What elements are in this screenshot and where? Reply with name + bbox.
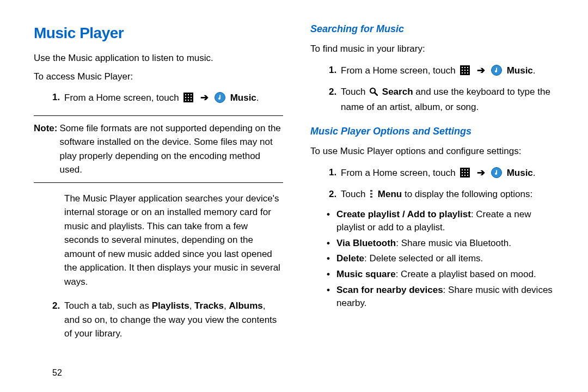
search-icon: [369, 86, 378, 100]
bullet-text: : Delete selected or all items.: [364, 253, 483, 264]
music-app-icon: [491, 65, 502, 80]
svg-point-27: [467, 169, 468, 170]
section-title: Music Player: [34, 22, 283, 45]
text-fragment: Touch: [341, 87, 368, 97]
music-app-icon: [491, 167, 502, 182]
svg-point-18: [462, 72, 463, 73]
bullet-text: : Create a playlist based on mood.: [396, 269, 536, 279]
svg-point-32: [464, 174, 465, 175]
step-number: 1.: [52, 90, 64, 107]
svg-rect-37: [370, 196, 372, 198]
bullet-title: Music square: [336, 269, 396, 279]
svg-point-4: [185, 97, 186, 98]
svg-point-13: [464, 66, 465, 68]
note-block: Note: Some file formats are not supporte…: [34, 115, 283, 183]
svg-point-14: [467, 66, 468, 68]
svg-point-6: [191, 97, 192, 98]
subsection-searching: Searching for Music: [310, 22, 560, 36]
svg-point-2: [188, 94, 189, 95]
text-fragment: .: [256, 93, 259, 103]
svg-point-5: [188, 97, 189, 98]
options-step-2: 2. Touch Menu to display the following o…: [310, 185, 560, 206]
step-text: Touch Menu to display the following opti…: [341, 187, 560, 203]
bullet-music-square: Music square: Create a playlist based on…: [327, 268, 560, 281]
svg-point-15: [462, 69, 463, 70]
svg-point-29: [464, 171, 465, 173]
right-column: Searching for Music To find music in you…: [310, 22, 560, 381]
search-step-1: 1. From a Home screen, touch ➔ Music.: [310, 60, 560, 83]
svg-point-12: [462, 66, 463, 68]
text-fragment: From a Home screen, touch: [341, 65, 458, 76]
svg-point-26: [464, 169, 465, 170]
page-number: 52: [52, 368, 62, 378]
subsection-options: Music Player Options and Settings: [310, 124, 560, 139]
step-text: From a Home screen, touch ➔ Music.: [341, 63, 560, 80]
albums-label: Albums: [229, 301, 262, 311]
svg-point-25: [462, 169, 463, 170]
svg-point-28: [462, 171, 463, 173]
search-intro: To find music in your library:: [310, 42, 560, 56]
note-label: Note:: [34, 121, 57, 177]
step-text: From a Home screen, touch ➔ Music.: [64, 90, 283, 107]
arrow-right-icon: ➔: [477, 166, 485, 180]
svg-point-20: [467, 72, 468, 73]
bullet-text: : Share music via Bluetooth.: [396, 238, 511, 248]
apps-grid-icon: [183, 93, 193, 107]
step-number: 1.: [329, 63, 341, 80]
options-intro: To use Music Player options and configur…: [310, 144, 560, 158]
text-fragment: From a Home screen, touch: [64, 93, 181, 103]
bullet-title: Create playlist / Add to playlist: [336, 209, 471, 219]
step-text: From a Home screen, touch ➔ Music.: [341, 166, 560, 182]
options-step-1: 1. From a Home screen, touch ➔ Music.: [310, 163, 560, 185]
svg-point-17: [467, 69, 468, 70]
step-text: Touch a tab, such as Playlists, Tracks, …: [64, 299, 283, 341]
arrow-right-icon: ➔: [200, 90, 209, 105]
search-step-2: 2. Touch Search and use the keyboard to …: [310, 82, 560, 117]
step-text: Touch Search and use the keyboard to typ…: [341, 85, 560, 114]
svg-point-30: [467, 171, 468, 173]
text-fragment: .: [533, 168, 536, 178]
svg-point-1: [185, 94, 186, 95]
step-number: 2.: [52, 299, 64, 341]
bullet-title: Via Bluetooth: [336, 238, 396, 248]
search-label: Search: [382, 87, 413, 97]
text-fragment: Touch: [341, 189, 368, 199]
music-label: Music: [230, 93, 256, 103]
text-fragment: to display the following options:: [402, 189, 532, 199]
music-label: Music: [507, 168, 533, 178]
tracks-label: Tracks: [194, 301, 224, 311]
step-number: 1.: [329, 166, 341, 182]
bullet-via-bluetooth: Via Bluetooth: Share music via Bluetooth…: [327, 237, 560, 250]
svg-point-33: [467, 174, 468, 175]
svg-point-19: [464, 72, 465, 73]
menu-icon: [369, 189, 373, 203]
intro-line-1: Use the Music application to listen to m…: [34, 51, 283, 65]
svg-rect-35: [370, 190, 372, 192]
text-fragment: .: [533, 65, 536, 76]
bullet-scan-nearby: Scan for nearby devices: Share music wit…: [327, 284, 560, 310]
apps-grid-icon: [460, 168, 470, 182]
step-2: 2. Touch a tab, such as Playlists, Track…: [34, 296, 283, 344]
svg-point-8: [188, 100, 189, 101]
intro-line-2: To access Music Player:: [34, 70, 283, 84]
note-body: Some file formats are not supported depe…: [59, 121, 283, 177]
svg-point-3: [191, 94, 192, 95]
options-bullets: Create playlist / Add to playlist: Creat…: [327, 208, 560, 310]
svg-point-16: [464, 69, 465, 70]
svg-line-23: [375, 93, 377, 95]
bullet-create-playlist: Create playlist / Add to playlist: Creat…: [327, 208, 560, 235]
step-number: 2.: [329, 187, 341, 203]
arrow-right-icon: ➔: [477, 63, 485, 78]
left-column: Music Player Use the Music application t…: [34, 22, 283, 381]
text-fragment: ,: [189, 301, 194, 311]
playlists-label: Playlists: [152, 301, 189, 311]
text-fragment: From a Home screen, touch: [341, 168, 458, 178]
svg-point-31: [462, 174, 463, 175]
svg-point-9: [191, 100, 192, 101]
bullet-title: Delete: [336, 253, 364, 264]
menu-label: Menu: [378, 189, 402, 199]
search-description: The Music Player application searches yo…: [64, 192, 283, 289]
apps-grid-icon: [460, 65, 470, 79]
svg-point-7: [185, 100, 186, 101]
step-number: 2.: [329, 85, 341, 114]
